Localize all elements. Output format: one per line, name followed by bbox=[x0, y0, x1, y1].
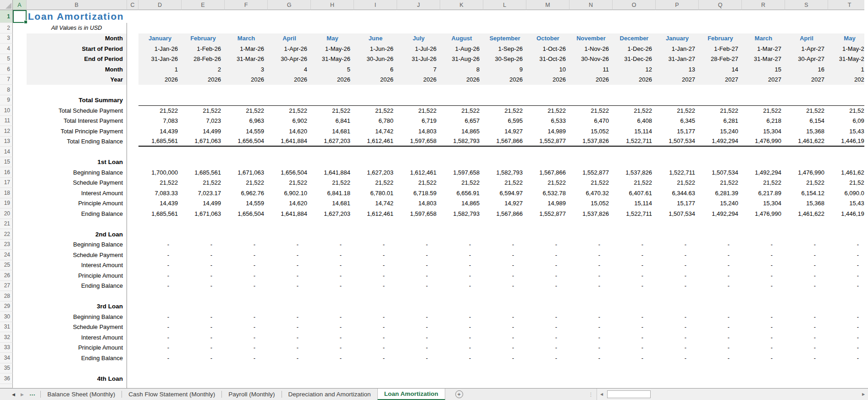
cell[interactable]: 1,656,504 bbox=[225, 137, 268, 147]
cell[interactable]: 1-Dec-26 bbox=[613, 44, 656, 54]
cell[interactable]: 1-Jun-26 bbox=[354, 44, 397, 54]
cell[interactable] bbox=[742, 363, 785, 374]
cell[interactable] bbox=[828, 23, 868, 33]
cell[interactable] bbox=[656, 301, 699, 312]
cell[interactable]: 2026 bbox=[354, 75, 397, 85]
cell[interactable]: 1,685,561 bbox=[138, 208, 182, 219]
cell[interactable]: 15,240 bbox=[699, 126, 742, 137]
cell[interactable] bbox=[268, 291, 311, 301]
cell[interactable] bbox=[656, 363, 699, 374]
cell[interactable]: 5 bbox=[311, 64, 354, 75]
cell[interactable]: - bbox=[483, 343, 526, 353]
cell[interactable]: 1-Apr-27 bbox=[785, 44, 828, 54]
cell[interactable] bbox=[268, 85, 311, 95]
cell[interactable]: - bbox=[828, 281, 868, 291]
cell[interactable]: - bbox=[656, 260, 699, 271]
cell[interactable] bbox=[828, 95, 868, 106]
cell[interactable]: 1-Jan-26 bbox=[138, 44, 182, 54]
cell[interactable] bbox=[483, 85, 526, 95]
cell[interactable]: - bbox=[440, 281, 483, 291]
cell[interactable]: 7,023.17 bbox=[182, 188, 225, 198]
row-header-18[interactable]: 18 bbox=[0, 188, 13, 198]
cell[interactable]: - bbox=[656, 312, 699, 322]
cell[interactable]: 21,522 bbox=[225, 178, 268, 188]
cell[interactable]: - bbox=[268, 250, 311, 260]
cell[interactable] bbox=[440, 10, 483, 23]
cell[interactable] bbox=[13, 260, 27, 271]
cell[interactable] bbox=[742, 373, 785, 384]
cell[interactable]: 21,522 bbox=[569, 178, 613, 188]
cell[interactable] bbox=[828, 384, 868, 389]
cell[interactable]: - bbox=[785, 240, 828, 250]
select-all-corner[interactable] bbox=[0, 0, 13, 10]
cell[interactable] bbox=[127, 229, 138, 240]
cell[interactable]: 14,620 bbox=[268, 126, 311, 137]
cell[interactable]: - bbox=[483, 240, 526, 250]
cell[interactable] bbox=[13, 54, 27, 65]
cell[interactable]: - bbox=[613, 312, 656, 322]
cell[interactable]: 14,989 bbox=[526, 126, 569, 137]
cell[interactable] bbox=[13, 116, 27, 126]
cell[interactable]: - bbox=[699, 343, 742, 353]
cell[interactable] bbox=[785, 363, 828, 374]
cell[interactable]: 15,240 bbox=[699, 198, 742, 209]
column-header-e[interactable]: E bbox=[182, 0, 225, 10]
cell[interactable] bbox=[440, 229, 483, 240]
cell[interactable] bbox=[397, 229, 440, 240]
cell[interactable] bbox=[742, 219, 785, 230]
label-cell-3rd-loan[interactable]: 3rd Loan bbox=[27, 301, 127, 312]
cell[interactable]: 1-May-27 bbox=[828, 44, 868, 54]
cell[interactable] bbox=[138, 95, 182, 106]
cell[interactable]: - bbox=[699, 240, 742, 250]
row-header-32[interactable]: 32 bbox=[0, 332, 13, 343]
cell[interactable]: 21,522 bbox=[785, 178, 828, 188]
cell[interactable] bbox=[311, 384, 354, 389]
cell[interactable]: - bbox=[828, 332, 868, 343]
cell[interactable]: 21,522 bbox=[526, 105, 569, 116]
cell[interactable] bbox=[526, 157, 569, 168]
cell[interactable]: - bbox=[785, 322, 828, 333]
cell[interactable]: 6,657 bbox=[440, 116, 483, 126]
cell[interactable]: 6,963 bbox=[225, 116, 268, 126]
cell[interactable]: 1,671,063 bbox=[225, 167, 268, 178]
cell[interactable]: April bbox=[785, 33, 828, 44]
cell[interactable]: 2027 bbox=[699, 75, 742, 85]
cell[interactable]: 1,552,877 bbox=[526, 208, 569, 219]
cell[interactable]: - bbox=[742, 312, 785, 322]
cell[interactable] bbox=[127, 147, 138, 157]
cell[interactable]: 21,522 bbox=[268, 178, 311, 188]
cell[interactable]: - bbox=[742, 240, 785, 250]
cell[interactable] bbox=[268, 384, 311, 389]
cell[interactable]: 21,522 bbox=[526, 178, 569, 188]
row-header-29[interactable]: 29 bbox=[0, 301, 13, 312]
cell[interactable]: - bbox=[742, 250, 785, 260]
row-header-34[interactable]: 34 bbox=[0, 353, 13, 363]
cell[interactable] bbox=[13, 75, 27, 85]
cell[interactable]: March bbox=[225, 33, 268, 44]
cell[interactable] bbox=[354, 384, 397, 389]
scroll-tabs-right-icon[interactable]: ▶ bbox=[21, 392, 24, 397]
cell[interactable]: 1,641,884 bbox=[311, 167, 354, 178]
cell[interactable]: 1,461,622 bbox=[785, 137, 828, 147]
cell[interactable]: 15,177 bbox=[656, 198, 699, 209]
cell[interactable]: 1-Apr-26 bbox=[268, 44, 311, 54]
cell[interactable]: - bbox=[526, 240, 569, 250]
cell[interactable]: 15,368 bbox=[785, 126, 828, 137]
cell[interactable] bbox=[182, 229, 225, 240]
cell[interactable]: - bbox=[354, 240, 397, 250]
cell[interactable]: 1-Mar-26 bbox=[225, 44, 268, 54]
cell[interactable] bbox=[613, 147, 656, 157]
cell[interactable]: 1-Feb-27 bbox=[699, 44, 742, 54]
cell[interactable]: 1,597,658 bbox=[397, 208, 440, 219]
row-header-31[interactable]: 31 bbox=[0, 322, 13, 333]
cell[interactable]: - bbox=[182, 312, 225, 322]
cell[interactable] bbox=[828, 219, 868, 230]
cell[interactable]: 14,559 bbox=[225, 126, 268, 137]
cell[interactable] bbox=[656, 10, 699, 23]
label-cell-ending-balance[interactable]: Ending Balance bbox=[27, 208, 127, 219]
cell[interactable]: 1,552,877 bbox=[569, 167, 613, 178]
cell[interactable]: - bbox=[311, 332, 354, 343]
cell[interactable]: - bbox=[440, 260, 483, 271]
cell[interactable]: 17 bbox=[828, 64, 868, 75]
cell[interactable] bbox=[13, 105, 27, 116]
